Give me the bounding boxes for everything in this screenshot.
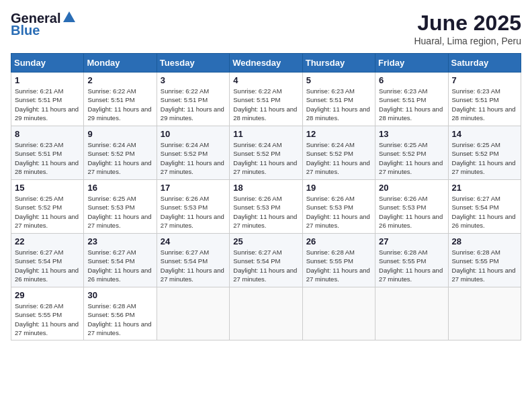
day-number: 19 [306,183,371,193]
day-info: Sunrise: 6:25 AM Sunset: 5:52 PM Dayligh… [15,194,80,230]
calendar-day-cell: 29 Sunrise: 6:28 AM Sunset: 5:55 PM Dayl… [11,287,84,340]
daylight-label: Daylight: 11 hours and 27 minutes. [306,159,370,175]
day-number: 9 [87,129,152,139]
day-info: Sunrise: 6:27 AM Sunset: 5:54 PM Dayligh… [87,248,152,283]
sunrise-label: Sunrise: 6:27 AM [15,248,63,256]
daylight-label: Daylight: 11 hours and 27 minutes. [452,159,516,175]
day-number: 20 [379,183,444,193]
daylight-label: Daylight: 11 hours and 27 minutes. [379,159,443,175]
day-info: Sunrise: 6:26 AM Sunset: 5:53 PM Dayligh… [233,194,298,230]
sunrise-label: Sunrise: 6:28 AM [452,248,500,256]
day-info: Sunrise: 6:24 AM Sunset: 5:52 PM Dayligh… [306,140,371,176]
sunset-label: Sunset: 5:52 PM [87,150,134,157]
calendar-day-cell [157,287,229,340]
day-number: 13 [379,129,444,139]
calendar-day-cell: 14 Sunrise: 6:25 AM Sunset: 5:52 PM Dayl… [448,126,521,180]
sunrise-label: Sunrise: 6:24 AM [306,141,355,148]
daylight-label: Daylight: 11 hours and 27 minutes. [306,267,370,283]
calendar-day-cell: 27 Sunrise: 6:28 AM Sunset: 5:55 PM Dayl… [375,234,448,287]
sunset-label: Sunset: 5:51 PM [452,96,499,103]
weekday-header: Thursday [302,54,375,73]
sunset-label: Sunset: 5:51 PM [15,96,62,103]
sunset-label: Sunset: 5:55 PM [452,257,499,265]
sunrise-label: Sunrise: 6:27 AM [233,248,281,256]
sunrise-label: Sunrise: 6:23 AM [15,141,63,148]
day-info: Sunrise: 6:28 AM Sunset: 5:55 PM Dayligh… [15,302,80,337]
sunrise-label: Sunrise: 6:24 AM [87,141,136,148]
day-number: 30 [87,290,152,300]
sunset-label: Sunset: 5:56 PM [87,311,134,318]
calendar-week-row: 1 Sunrise: 6:21 AM Sunset: 5:51 PM Dayli… [11,73,521,126]
day-number: 8 [15,129,80,139]
sunrise-label: Sunrise: 6:25 AM [379,141,427,148]
logo-blue: Blue [11,23,77,38]
daylight-label: Daylight: 11 hours and 27 minutes. [233,267,297,283]
day-number: 28 [452,236,517,246]
sunset-label: Sunset: 5:53 PM [87,203,134,211]
calendar-day-cell: 20 Sunrise: 6:26 AM Sunset: 5:53 PM Dayl… [375,180,448,234]
daylight-label: Daylight: 11 hours and 27 minutes. [15,320,79,336]
sunset-label: Sunset: 5:52 PM [161,150,208,157]
sunrise-label: Sunrise: 6:28 AM [15,302,63,310]
sunset-label: Sunset: 5:51 PM [379,96,426,103]
sunset-label: Sunset: 5:53 PM [233,203,280,211]
daylight-label: Daylight: 11 hours and 27 minutes. [306,213,370,229]
day-info: Sunrise: 6:25 AM Sunset: 5:52 PM Dayligh… [452,140,517,176]
sunset-label: Sunset: 5:51 PM [161,96,208,103]
day-number: 27 [379,236,444,246]
sunrise-label: Sunrise: 6:21 AM [15,87,63,95]
daylight-label: Daylight: 11 hours and 27 minutes. [161,159,224,175]
day-info: Sunrise: 6:26 AM Sunset: 5:53 PM Dayligh… [379,194,444,230]
sunrise-label: Sunrise: 6:28 AM [87,302,136,310]
day-number: 4 [233,75,298,85]
day-number: 11 [233,129,298,139]
calendar-day-cell: 12 Sunrise: 6:24 AM Sunset: 5:52 PM Dayl… [302,126,375,180]
day-number: 10 [161,129,226,139]
sunrise-label: Sunrise: 6:22 AM [87,87,136,95]
daylight-label: Daylight: 11 hours and 29 minutes. [15,105,79,122]
sunset-label: Sunset: 5:51 PM [15,150,62,157]
sunrise-label: Sunrise: 6:27 AM [87,248,136,256]
sunset-label: Sunset: 5:53 PM [161,203,208,211]
daylight-label: Daylight: 11 hours and 27 minutes. [452,267,516,283]
day-number: 24 [161,236,226,246]
sunset-label: Sunset: 5:53 PM [379,203,426,211]
calendar-day-cell: 24 Sunrise: 6:27 AM Sunset: 5:54 PM Dayl… [157,234,229,287]
calendar-day-cell: 7 Sunrise: 6:23 AM Sunset: 5:51 PM Dayli… [448,73,521,126]
calendar-day-cell: 4 Sunrise: 6:22 AM Sunset: 5:51 PM Dayli… [230,73,302,126]
daylight-label: Daylight: 11 hours and 27 minutes. [161,267,224,283]
calendar-day-cell: 17 Sunrise: 6:26 AM Sunset: 5:53 PM Dayl… [157,180,229,234]
day-info: Sunrise: 6:27 AM Sunset: 5:54 PM Dayligh… [233,248,298,283]
daylight-label: Daylight: 11 hours and 27 minutes. [87,213,151,229]
day-info: Sunrise: 6:28 AM Sunset: 5:56 PM Dayligh… [87,302,152,337]
calendar-week-row: 15 Sunrise: 6:25 AM Sunset: 5:52 PM Dayl… [11,180,521,234]
daylight-label: Daylight: 11 hours and 27 minutes. [233,213,297,229]
sunset-label: Sunset: 5:55 PM [306,257,353,265]
day-info: Sunrise: 6:26 AM Sunset: 5:53 PM Dayligh… [161,194,226,230]
day-number: 14 [452,129,517,139]
sunset-label: Sunset: 5:51 PM [306,96,353,103]
day-info: Sunrise: 6:24 AM Sunset: 5:52 PM Dayligh… [161,140,226,176]
calendar-day-cell: 22 Sunrise: 6:27 AM Sunset: 5:54 PM Dayl… [11,234,84,287]
day-number: 22 [15,236,80,246]
calendar-day-cell: 19 Sunrise: 6:26 AM Sunset: 5:53 PM Dayl… [302,180,375,234]
sunset-label: Sunset: 5:55 PM [379,257,426,265]
day-info: Sunrise: 6:21 AM Sunset: 5:51 PM Dayligh… [15,87,80,122]
weekday-header: Monday [84,54,157,73]
day-number: 17 [161,183,226,193]
calendar-day-cell: 18 Sunrise: 6:26 AM Sunset: 5:53 PM Dayl… [230,180,302,234]
day-number: 7 [452,75,517,85]
sunrise-label: Sunrise: 6:27 AM [161,248,209,256]
calendar-day-cell: 16 Sunrise: 6:25 AM Sunset: 5:53 PM Dayl… [84,180,157,234]
daylight-label: Daylight: 11 hours and 26 minutes. [15,267,79,283]
daylight-label: Daylight: 11 hours and 28 minutes. [452,105,516,122]
calendar-day-cell: 30 Sunrise: 6:28 AM Sunset: 5:56 PM Dayl… [84,287,157,340]
sunrise-label: Sunrise: 6:26 AM [379,195,427,202]
day-number: 18 [233,183,298,193]
svg-marker-0 [63,11,75,22]
day-number: 2 [87,75,152,85]
day-info: Sunrise: 6:26 AM Sunset: 5:53 PM Dayligh… [306,194,371,230]
calendar-day-cell: 6 Sunrise: 6:23 AM Sunset: 5:51 PM Dayli… [375,73,448,126]
sunrise-label: Sunrise: 6:26 AM [233,195,281,202]
calendar-week-row: 8 Sunrise: 6:23 AM Sunset: 5:51 PM Dayli… [11,126,521,180]
